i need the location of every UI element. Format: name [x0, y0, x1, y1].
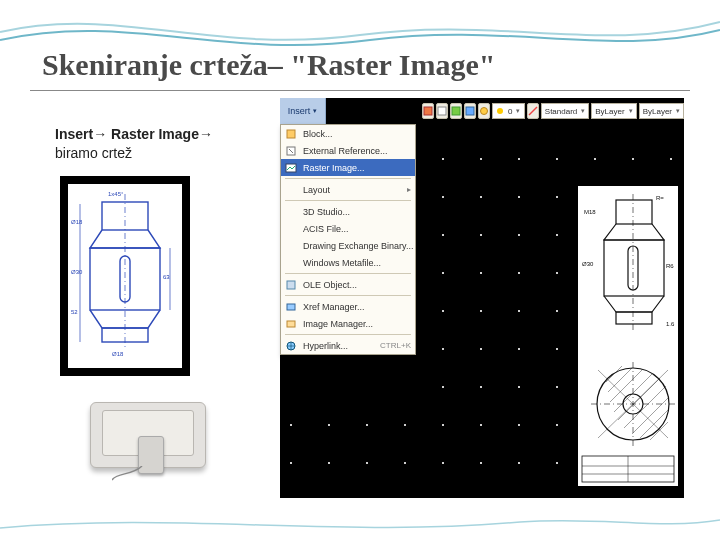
svg-rect-9 [452, 107, 460, 115]
cad-screenshot: Insert ▾ 0▾ Standard▾ ByLayer▾ ByLayer▾ … [280, 98, 684, 498]
imgmgr-icon [284, 317, 298, 331]
menu-item-ole[interactable]: OLE Object... [281, 276, 415, 293]
svg-rect-20 [287, 321, 295, 327]
title-underline [30, 90, 690, 91]
svg-rect-18 [287, 281, 295, 289]
svg-line-37 [632, 398, 668, 434]
left-drawing-svg: 1x45° Ø18 Ø30 63 52 Ø18 [68, 184, 182, 368]
color-selector[interactable]: ByLayer▾ [591, 103, 636, 119]
menu-button-insert[interactable]: Insert ▾ [280, 98, 326, 124]
svg-rect-25 [616, 312, 652, 324]
chevron-down-icon: ▾ [313, 107, 317, 115]
left-drawing-paper: 1x45° Ø18 Ø30 63 52 Ø18 [68, 184, 182, 368]
svg-rect-8 [438, 107, 446, 115]
toolbar-button[interactable] [436, 103, 448, 119]
layer-selector[interactable]: 0▾ [492, 103, 525, 119]
menu-item-3dstudio[interactable]: 3D Studio... [281, 203, 415, 220]
svg-line-39 [650, 422, 668, 440]
svg-rect-7 [424, 107, 432, 115]
submenu-arrow-icon: ▸ [407, 185, 411, 194]
svg-rect-23 [604, 240, 664, 296]
dim-label: Ø18 [112, 351, 124, 357]
svg-text:R=: R= [656, 195, 664, 201]
svg-rect-14 [287, 130, 295, 138]
svg-point-11 [481, 108, 488, 115]
decorative-wave-bottom [0, 510, 720, 540]
left-drawing-panel: 1x45° Ø18 Ø30 63 52 Ø18 [60, 176, 190, 376]
menu-item-extref[interactable]: External Reference... [281, 142, 415, 159]
svg-text:Ø30: Ø30 [582, 261, 594, 267]
menu-item-block[interactable]: Block... [281, 125, 415, 142]
svg-rect-19 [287, 304, 295, 310]
svg-line-13 [529, 107, 537, 115]
globe-icon [284, 339, 298, 353]
ole-icon [284, 278, 298, 292]
insert-menu-dropdown: Block... External Reference... Raster Im… [280, 124, 416, 355]
toolbar-button[interactable] [450, 103, 462, 119]
dim-label: 52 [71, 309, 78, 315]
menu-separator [285, 295, 411, 296]
menu-separator [285, 178, 411, 179]
block-icon [284, 127, 298, 141]
extref-icon [284, 144, 298, 158]
style-selector[interactable]: Standard▾ [541, 103, 589, 119]
menu-item-hyperlink[interactable]: Hyperlink... CTRL+K [281, 337, 415, 354]
toolbar-button[interactable] [464, 103, 476, 119]
dim-label: Ø18 [71, 219, 83, 225]
svg-line-31 [606, 366, 622, 382]
menu-item-xrefmgr[interactable]: Xref Manager... [281, 298, 415, 315]
linetype-selector[interactable]: ByLayer▾ [639, 103, 684, 119]
menu-separator [285, 200, 411, 201]
menu-separator [285, 334, 411, 335]
raster-icon [284, 161, 298, 175]
menu-item-layout[interactable]: Layout▸ [281, 181, 415, 198]
toolbar-row: 0▾ Standard▾ ByLayer▾ ByLayer▾ [416, 98, 684, 124]
dim-label: 1x45° [108, 191, 124, 197]
svg-rect-10 [466, 107, 474, 115]
menu-item-raster-image[interactable]: Raster Image... [281, 159, 415, 176]
right-drawing-svg: R= M18 Ø30 R6 1.6 [578, 186, 678, 486]
svg-line-32 [608, 368, 632, 392]
dim-label: Ø30 [71, 269, 83, 275]
menu-separator [285, 273, 411, 274]
toolbar-button[interactable] [478, 103, 490, 119]
menu-item-acis[interactable]: ACIS File... [281, 220, 415, 237]
toolbar-button[interactable] [527, 103, 539, 119]
menu-item-imgmgr[interactable]: Image Manager... [281, 315, 415, 332]
toolbar-button[interactable] [422, 103, 434, 119]
svg-text:R6: R6 [666, 263, 674, 269]
slide-title: Skeniranje crteža– "Raster Image" [42, 48, 495, 82]
menu-item-wmf[interactable]: Windows Metafile... [281, 254, 415, 271]
svg-text:M18: M18 [584, 209, 596, 215]
svg-point-12 [497, 108, 503, 114]
dim-label: 63 [163, 274, 170, 280]
menu-item-dxb[interactable]: Drawing Exchange Binary... [281, 237, 415, 254]
svg-rect-22 [616, 200, 652, 224]
right-drawing-paper: R= M18 Ø30 R6 1.6 [578, 186, 678, 486]
instruction-text: Insert→ Raster Image→ biramo crtež [55, 125, 213, 163]
svg-text:1.6: 1.6 [666, 321, 675, 327]
scanner-photo [84, 392, 212, 482]
xrefmgr-icon [284, 300, 298, 314]
